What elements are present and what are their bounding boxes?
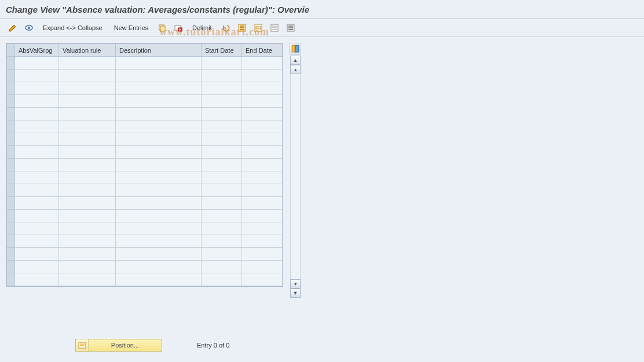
- table-cell[interactable]: [116, 159, 202, 171]
- table-cell[interactable]: [116, 273, 202, 286]
- table-cell[interactable]: [116, 235, 202, 248]
- table-cell[interactable]: [202, 235, 242, 248]
- table-cell[interactable]: [202, 120, 242, 133]
- table-row[interactable]: [7, 222, 283, 235]
- table-settings-icon[interactable]: [290, 43, 301, 54]
- select-block-icon[interactable]: [251, 22, 265, 34]
- table-row[interactable]: [7, 108, 283, 120]
- print-configuration-icon[interactable]: [284, 22, 298, 34]
- table-cell[interactable]: [242, 70, 283, 82]
- table-cell[interactable]: [59, 70, 116, 82]
- table-cell[interactable]: [15, 273, 59, 286]
- table-row[interactable]: [7, 95, 283, 108]
- scrollbar-track[interactable]: [290, 74, 301, 279]
- table-cell[interactable]: [202, 159, 242, 171]
- row-select-cell[interactable]: [7, 210, 15, 222]
- table-cell[interactable]: [15, 261, 59, 273]
- row-select-cell[interactable]: [7, 261, 15, 273]
- table-cell[interactable]: [202, 171, 242, 184]
- table-cell[interactable]: [116, 133, 202, 146]
- table-cell[interactable]: [59, 95, 116, 108]
- table-cell[interactable]: [59, 235, 116, 248]
- table-cell[interactable]: [59, 171, 116, 184]
- table-cell[interactable]: [242, 184, 283, 197]
- data-grid[interactable]: AbsValGrpg Valuation rule Description St…: [6, 43, 283, 287]
- table-cell[interactable]: [59, 197, 116, 210]
- table-cell[interactable]: [202, 222, 242, 235]
- table-cell[interactable]: [202, 210, 242, 222]
- table-cell[interactable]: [242, 95, 283, 108]
- row-select-cell[interactable]: [7, 108, 15, 120]
- table-row[interactable]: [7, 146, 283, 159]
- table-row[interactable]: [7, 159, 283, 171]
- table-cell[interactable]: [15, 133, 59, 146]
- table-cell[interactable]: [15, 197, 59, 210]
- row-select-cell[interactable]: [7, 146, 15, 159]
- table-cell[interactable]: [202, 133, 242, 146]
- table-cell[interactable]: [59, 273, 116, 286]
- scroll-down-bottom-button[interactable]: ▼: [290, 288, 301, 298]
- table-cell[interactable]: [59, 133, 116, 146]
- table-row[interactable]: [7, 70, 283, 82]
- table-row[interactable]: [7, 273, 283, 286]
- table-cell[interactable]: [242, 235, 283, 248]
- table-cell[interactable]: [242, 171, 283, 184]
- table-cell[interactable]: [242, 210, 283, 222]
- table-cell[interactable]: [15, 159, 59, 171]
- table-cell[interactable]: [202, 184, 242, 197]
- column-header-valuation-rule[interactable]: Valuation rule: [59, 44, 116, 57]
- table-cell[interactable]: [116, 95, 202, 108]
- table-cell[interactable]: [15, 248, 59, 261]
- column-header-description[interactable]: Description: [116, 44, 202, 57]
- table-cell[interactable]: [15, 95, 59, 108]
- table-cell[interactable]: [59, 159, 116, 171]
- table-cell[interactable]: [242, 273, 283, 286]
- row-select-cell[interactable]: [7, 197, 15, 210]
- delete-icon[interactable]: [171, 22, 185, 34]
- row-select-cell[interactable]: [7, 70, 15, 82]
- row-select-cell[interactable]: [7, 95, 15, 108]
- table-cell[interactable]: [202, 82, 242, 95]
- table-cell[interactable]: [59, 248, 116, 261]
- column-header-start-date[interactable]: Start Date: [202, 44, 242, 57]
- row-select-cell[interactable]: [7, 159, 15, 171]
- new-entries-button[interactable]: New Entries: [109, 22, 153, 34]
- table-cell[interactable]: [202, 95, 242, 108]
- table-row[interactable]: [7, 120, 283, 133]
- table-cell[interactable]: [242, 146, 283, 159]
- table-cell[interactable]: [59, 184, 116, 197]
- column-header-absvalgrpg[interactable]: AbsValGrpg: [15, 44, 59, 57]
- scroll-up-top-button[interactable]: ▲: [290, 56, 301, 65]
- table-cell[interactable]: [116, 197, 202, 210]
- row-select-cell[interactable]: [7, 273, 15, 286]
- table-cell[interactable]: [116, 210, 202, 222]
- table-cell[interactable]: [116, 146, 202, 159]
- delimit-button[interactable]: Delimit: [188, 22, 217, 34]
- other-view-icon[interactable]: [22, 22, 36, 34]
- table-cell[interactable]: [242, 261, 283, 273]
- table-row[interactable]: [7, 82, 283, 95]
- table-cell[interactable]: [116, 184, 202, 197]
- table-cell[interactable]: [15, 57, 59, 70]
- table-cell[interactable]: [15, 171, 59, 184]
- row-select-cell[interactable]: [7, 82, 15, 95]
- table-cell[interactable]: [116, 70, 202, 82]
- table-cell[interactable]: [242, 197, 283, 210]
- table-cell[interactable]: [15, 108, 59, 120]
- table-cell[interactable]: [59, 261, 116, 273]
- table-cell[interactable]: [59, 108, 116, 120]
- table-row[interactable]: [7, 261, 283, 273]
- toggle-display-change-icon[interactable]: [6, 22, 20, 34]
- table-cell[interactable]: [59, 82, 116, 95]
- table-cell[interactable]: [202, 273, 242, 286]
- table-row[interactable]: [7, 210, 283, 222]
- table-cell[interactable]: [15, 210, 59, 222]
- row-select-cell[interactable]: [7, 248, 15, 261]
- expand-collapse-button[interactable]: Expand <-> Collapse: [38, 22, 107, 34]
- row-select-cell[interactable]: [7, 184, 15, 197]
- table-row[interactable]: [7, 57, 283, 70]
- table-cell[interactable]: [202, 70, 242, 82]
- table-cell[interactable]: [242, 222, 283, 235]
- table-cell[interactable]: [15, 235, 59, 248]
- table-cell[interactable]: [242, 82, 283, 95]
